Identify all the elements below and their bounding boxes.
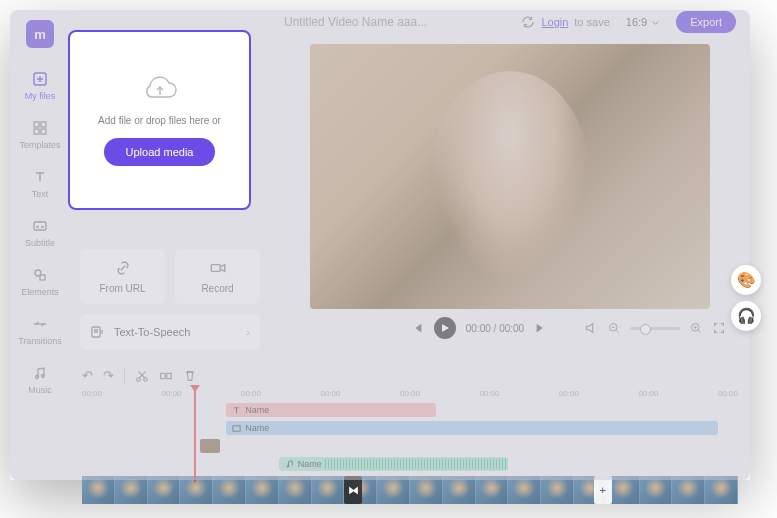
cut-icon[interactable] xyxy=(135,369,149,383)
undo-icon[interactable]: ↶ xyxy=(82,368,93,383)
time-ruler[interactable]: 00:0000:0000:0000:0000:0000:0000:0000:00… xyxy=(82,387,738,402)
svg-rect-7 xyxy=(40,275,45,280)
preview-area: 00:00 / 00:00 xyxy=(270,34,750,360)
grid-icon xyxy=(31,119,49,137)
video-preview[interactable] xyxy=(310,44,710,309)
skip-back-icon[interactable] xyxy=(410,321,424,335)
zoom-out-icon[interactable] xyxy=(608,322,620,334)
audio-clip[interactable]: Name xyxy=(279,457,509,471)
from-url-card[interactable]: From URL xyxy=(80,249,165,304)
svg-rect-4 xyxy=(41,129,46,134)
link-icon xyxy=(114,259,132,277)
split-icon[interactable] xyxy=(159,369,173,383)
volume-icon[interactable] xyxy=(584,321,598,335)
record-card[interactable]: Record xyxy=(175,249,260,304)
trash-icon[interactable] xyxy=(183,369,197,383)
svg-rect-1 xyxy=(34,122,39,127)
fullscreen-icon[interactable] xyxy=(712,321,726,335)
svg-point-9 xyxy=(42,375,45,378)
redo-icon[interactable]: ↷ xyxy=(103,368,114,383)
subtitle-icon xyxy=(31,217,49,235)
music-icon xyxy=(285,460,294,469)
film-icon xyxy=(232,424,241,433)
shapes-icon xyxy=(31,266,49,284)
rail-music[interactable]: Music xyxy=(10,356,70,403)
music-icon xyxy=(31,364,49,382)
svg-rect-18 xyxy=(233,425,240,430)
login-area: Login to save xyxy=(521,15,609,29)
skip-forward-icon[interactable] xyxy=(534,321,548,335)
filmstrip[interactable]: ⧓ + xyxy=(82,476,738,504)
rail-text[interactable]: Text xyxy=(10,160,70,207)
rail-my-files[interactable]: My files xyxy=(10,62,70,109)
play-button[interactable] xyxy=(434,317,456,339)
playback-time: 00:00 / 00:00 xyxy=(466,323,524,334)
upload-popup: Add file or drop files here or Upload me… xyxy=(68,30,251,210)
rail-templates[interactable]: Templates xyxy=(10,111,70,158)
upload-hint-text: Add file or drop files here or xyxy=(98,115,221,126)
transition-marker[interactable]: ⧓ xyxy=(344,476,362,504)
video-clip[interactable]: Name xyxy=(226,421,718,435)
tts-icon xyxy=(90,324,106,340)
plus-square-icon xyxy=(31,70,49,88)
svg-point-15 xyxy=(144,377,148,381)
help-float-button[interactable]: 🎨 xyxy=(731,265,761,295)
rail-subtitle[interactable]: Subtitle xyxy=(10,209,70,256)
rail-elements[interactable]: Elements xyxy=(10,258,70,305)
chevron-down-icon xyxy=(651,18,660,27)
text-icon xyxy=(31,168,49,186)
project-title[interactable]: Untitled Video Name aaa... xyxy=(84,15,511,29)
svg-point-14 xyxy=(137,377,141,381)
svg-rect-5 xyxy=(34,222,46,230)
aspect-ratio-select[interactable]: 16:9 xyxy=(620,16,666,28)
rail-transitions[interactable]: Transitions xyxy=(10,307,70,354)
svg-rect-17 xyxy=(167,373,171,378)
text-clip[interactable]: Name xyxy=(226,403,436,417)
text-to-speech-row[interactable]: Text-To-Speech › xyxy=(80,314,260,350)
zoom-in-icon[interactable] xyxy=(690,322,702,334)
camera-icon xyxy=(209,259,227,277)
timeline: ↶ ↷ 00:0000:0000:0000:0000:0000:0000:000… xyxy=(70,360,750,480)
support-float-button[interactable]: 🎧 xyxy=(731,301,761,331)
svg-rect-16 xyxy=(161,373,165,378)
chevron-right-icon: › xyxy=(246,326,250,338)
cloud-upload-icon xyxy=(142,75,178,103)
svg-rect-3 xyxy=(34,129,39,134)
text-icon xyxy=(232,406,241,415)
svg-point-19 xyxy=(287,465,289,467)
svg-rect-10 xyxy=(211,265,220,272)
login-link[interactable]: Login xyxy=(541,16,568,28)
upload-media-button[interactable]: Upload media xyxy=(104,138,216,166)
export-button[interactable]: Export xyxy=(676,11,736,33)
left-rail: m My files Templates Text Subtitle Eleme… xyxy=(10,10,70,480)
svg-rect-2 xyxy=(41,122,46,127)
zoom-slider[interactable] xyxy=(630,327,680,330)
transitions-icon xyxy=(31,315,49,333)
app-logo[interactable]: m xyxy=(26,20,54,48)
add-marker[interactable]: + xyxy=(594,476,612,504)
sync-icon xyxy=(521,15,535,29)
svg-point-8 xyxy=(36,376,39,379)
clip-edge[interactable] xyxy=(200,439,220,453)
